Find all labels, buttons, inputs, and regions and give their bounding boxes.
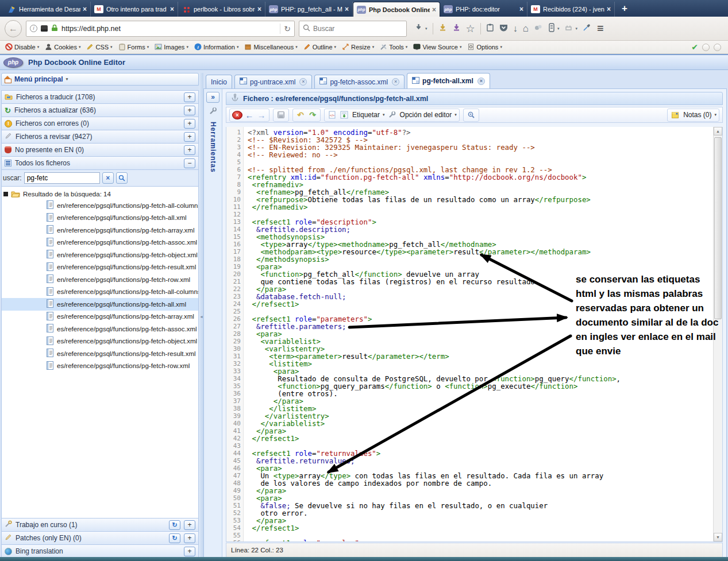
pocket-icon[interactable] bbox=[499, 24, 508, 34]
tab-pg-fetch-all[interactable]: pg-fetch-all.xml × bbox=[407, 73, 490, 88]
browser-tab[interactable]: php PHP: pg_fetch_all - Ma × bbox=[265, 2, 353, 17]
expand-button[interactable]: + bbox=[184, 520, 195, 530]
device-icon[interactable] bbox=[548, 23, 555, 34]
devbar-view-source[interactable]: View Source▾ bbox=[410, 41, 464, 53]
editor-options-icon[interactable] bbox=[387, 110, 397, 121]
main-menu-bar[interactable]: Menú principal ▾ bbox=[1, 73, 199, 86]
collapse-sidebar-icon[interactable]: ◄ bbox=[199, 315, 203, 319]
devbar-css[interactable]: CSS▾ bbox=[83, 41, 115, 53]
expander-icon[interactable] bbox=[3, 192, 8, 196]
file-search-input[interactable] bbox=[24, 172, 100, 184]
code-line[interactable]: de los valores de campo indexados por no… bbox=[248, 479, 712, 487]
file-item[interactable]: en/reference/pgsql/functions/pg-fetch-re… bbox=[2, 261, 198, 274]
editor-options-label[interactable]: Opción del editor bbox=[400, 111, 452, 119]
code-line[interactable]: </refsect1> bbox=[248, 524, 712, 532]
devbar-forms[interactable]: Forms▾ bbox=[115, 41, 152, 53]
code-line[interactable]: </para> bbox=[248, 517, 712, 524]
new-tab-button[interactable]: + bbox=[615, 2, 634, 17]
eyedropper-icon[interactable] bbox=[583, 24, 591, 34]
browser-tab[interactable]: M Otro intento para trad × bbox=[91, 2, 178, 17]
close-icon[interactable]: × bbox=[477, 78, 485, 85]
close-icon[interactable]: × bbox=[257, 5, 261, 13]
code-line[interactable]: <!-- Reviewed: no --> bbox=[248, 151, 712, 158]
file-item[interactable]: es/reference/pgsql/functions/pg-fetch-ar… bbox=[2, 311, 198, 323]
code-line[interactable]: </variablelist> bbox=[248, 420, 712, 427]
chevron-down-icon[interactable]: ▾ bbox=[454, 113, 457, 117]
refresh-button[interactable]: ↻ bbox=[169, 520, 180, 530]
panel-todos-los-ficheros[interactable]: Todos los ficheros − bbox=[1, 156, 199, 170]
devbar-options[interactable]: Options▾ bbox=[464, 41, 504, 53]
expand-button[interactable]: + bbox=[184, 106, 195, 115]
browser-tab[interactable]: perlbook - Libros sobre × bbox=[178, 2, 265, 17]
devbar-outline[interactable]: Outline▾ bbox=[301, 41, 339, 53]
notes-icon[interactable] bbox=[670, 110, 680, 121]
file-item[interactable]: es/reference/pgsql/functions/pg-fetch-re… bbox=[2, 347, 198, 360]
code-line[interactable]: </para> bbox=[248, 427, 712, 435]
chevron-down-icon[interactable]: ▾ bbox=[575, 26, 577, 31]
chevron-down-icon[interactable]: ▾ bbox=[383, 113, 385, 117]
expand-button[interactable]: + bbox=[184, 547, 195, 556]
file-item[interactable]: en/reference/pgsql/functions/pg-fetch-ob… bbox=[2, 249, 198, 261]
code-line[interactable]: </methodsynopsis> bbox=[248, 256, 712, 263]
expand-button[interactable]: + bbox=[184, 145, 195, 155]
close-icon[interactable]: × bbox=[170, 5, 174, 13]
code-line[interactable]: </para> bbox=[248, 487, 712, 494]
panel-trabajo-en-curso[interactable]: Trabajo en curso (1) ↻ + bbox=[1, 518, 199, 532]
devbar-resize[interactable]: Resize▾ bbox=[339, 41, 377, 53]
clipboard-icon[interactable] bbox=[486, 23, 494, 34]
url-bar[interactable]: i https://edit.php.net ↻ bbox=[26, 21, 295, 37]
file-item[interactable]: en/reference/pgsql/functions/pg-fetch-ro… bbox=[2, 273, 198, 286]
chevron-down-icon[interactable]: ▾ bbox=[714, 113, 717, 117]
code-line[interactable]: &false; Se devuelve si no hay filas en e… bbox=[248, 502, 712, 509]
results-root[interactable]: Resultado de la búsqueda: 14 bbox=[2, 187, 198, 199]
devbar-information[interactable]: iInformation▾ bbox=[191, 41, 242, 53]
reader-icon[interactable] bbox=[41, 25, 48, 32]
chevron-down-icon[interactable]: ▾ bbox=[425, 26, 427, 31]
browser-tab[interactable]: php PHP: doc:editor × bbox=[440, 2, 527, 17]
menu-icon[interactable]: ≡ bbox=[595, 22, 606, 35]
devbar-images[interactable]: Images▾ bbox=[152, 41, 191, 53]
scroll-up-icon[interactable]: ▲ bbox=[714, 127, 722, 136]
expand-button[interactable]: + bbox=[184, 92, 195, 102]
devbar-miscellaneous[interactable]: Miscellaneous▾ bbox=[241, 41, 300, 53]
close-icon[interactable]: × bbox=[607, 5, 611, 13]
scroll-down-icon[interactable]: ▼ bbox=[714, 533, 722, 541]
plugin-disabled-icon[interactable] bbox=[564, 24, 573, 34]
file-item[interactable]: es/reference/pgsql/functions/pg-fetch-as… bbox=[2, 323, 198, 335]
code-line[interactable]: </refsect1> bbox=[248, 435, 712, 442]
code-line[interactable]: otro error. bbox=[248, 509, 712, 517]
close-icon[interactable]: × bbox=[83, 5, 87, 13]
panel-no-presente-en-en[interactable]: No presente en EN (0) + bbox=[1, 143, 199, 157]
code-line[interactable]: <refentry xml:id="function.pg-fetch-all"… bbox=[248, 173, 712, 181]
page-info-icon[interactable]: i bbox=[30, 25, 37, 32]
home-icon[interactable]: ⌂ bbox=[523, 23, 529, 34]
search-bar[interactable] bbox=[299, 21, 407, 37]
search-button[interactable] bbox=[116, 172, 128, 184]
devbar-tools[interactable]: Tools▾ bbox=[377, 41, 410, 53]
forward-button[interactable]: → bbox=[256, 110, 267, 121]
downthemall-purple-icon[interactable] bbox=[452, 23, 461, 34]
panel-ficheros-con-errores[interactable]: ! Ficheros con errores (0) + bbox=[1, 117, 199, 130]
code-line[interactable]: (entre otros). bbox=[248, 390, 712, 397]
file-item[interactable]: en/reference/pgsql/functions/pg-fetch-al… bbox=[2, 212, 198, 225]
back-button[interactable]: ← bbox=[244, 110, 255, 121]
panel-ficheros-a-traducir[interactable]: Ficheros a traducir (1708) + bbox=[1, 90, 199, 104]
back-button[interactable]: ← bbox=[5, 20, 22, 37]
url-text[interactable]: https://edit.php.net bbox=[61, 25, 276, 33]
code-line[interactable]: </para> bbox=[248, 397, 712, 405]
expand-button[interactable]: + bbox=[184, 119, 195, 129]
save-button[interactable] bbox=[276, 110, 286, 121]
etiquetar-button[interactable] bbox=[339, 110, 349, 121]
close-icon[interactable]: × bbox=[432, 6, 436, 14]
close-icon[interactable]: × bbox=[392, 78, 399, 86]
clear-search-button[interactable]: × bbox=[102, 172, 114, 184]
file-item[interactable]: es/reference/pgsql/functions/pg-fetch-al… bbox=[2, 298, 198, 311]
zoom-icon[interactable] bbox=[466, 110, 476, 121]
circles-icon[interactable] bbox=[534, 24, 543, 34]
code-line[interactable]: <refpurpose>Obtiene todas las filas de u… bbox=[248, 196, 712, 203]
etiquetar-label[interactable]: Etiquetar bbox=[352, 111, 380, 119]
file-item[interactable]: en/reference/pgsql/functions/pg-fetch-al… bbox=[2, 199, 198, 212]
search-input[interactable] bbox=[313, 25, 388, 33]
bookmark-star-icon[interactable]: ☆ bbox=[466, 22, 475, 35]
refresh-button[interactable]: ↻ bbox=[169, 533, 180, 543]
